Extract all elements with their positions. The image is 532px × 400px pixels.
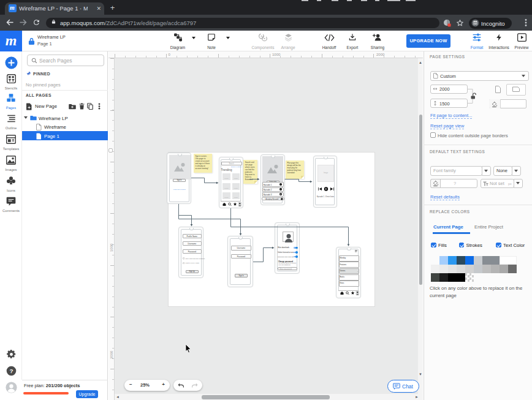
svg-text:?: ? — [9, 368, 13, 374]
